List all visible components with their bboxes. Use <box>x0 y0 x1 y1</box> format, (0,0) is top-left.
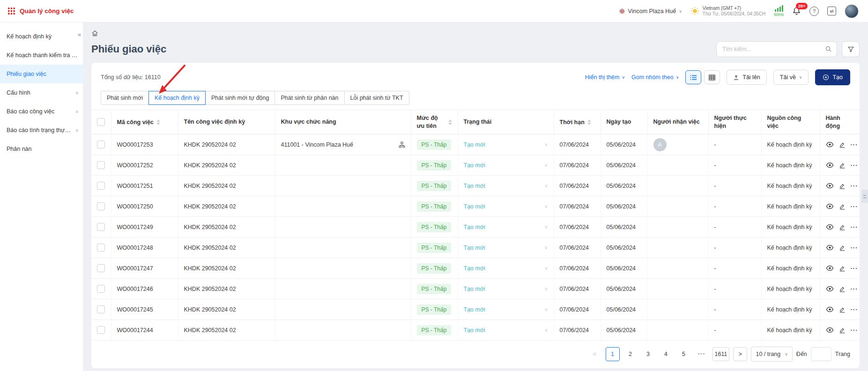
sidebar-item[interactable]: Báo cáo tình trạng thực hiện ∨ <box>0 121 83 140</box>
status-select[interactable]: Tạo mới ∨ <box>464 183 548 189</box>
page-jump-input[interactable] <box>811 347 831 361</box>
sidebar-item[interactable]: Phiếu giao việc <box>0 65 83 83</box>
page-button[interactable]: 4 <box>659 347 673 361</box>
assignee-avatar[interactable]: A <box>653 138 667 151</box>
site-selector[interactable]: Vincom Plaza Huế ∨ <box>619 8 682 15</box>
view-icon[interactable] <box>826 141 834 148</box>
next-page-button[interactable]: > <box>733 347 747 361</box>
app-logo-icon[interactable] <box>7 7 15 15</box>
status-select[interactable]: Tạo mới ∨ <box>464 306 548 313</box>
user-avatar[interactable] <box>845 4 859 18</box>
col-header-deadline[interactable]: Thời hạn <box>554 110 601 134</box>
row-checkbox[interactable] <box>97 305 105 313</box>
edit-icon[interactable] <box>839 245 846 251</box>
row-checkbox[interactable] <box>97 244 105 252</box>
more-actions-icon[interactable]: ··· <box>851 183 858 189</box>
sidebar-item[interactable]: Phản nàn <box>0 140 83 158</box>
row-checkbox[interactable] <box>97 285 105 293</box>
sidebar-item[interactable]: Kế hoạch định kỳ <box>0 27 83 46</box>
row-checkbox[interactable] <box>97 264 105 272</box>
status-select[interactable]: Tạo mới ∨ <box>464 327 548 334</box>
page-button[interactable]: ••• <box>695 347 709 361</box>
more-actions-icon[interactable]: ··· <box>851 306 858 312</box>
col-header-priority[interactable]: Mức độ ưu tiên <box>411 110 458 134</box>
more-actions-icon[interactable]: ··· <box>851 265 858 271</box>
row-checkbox[interactable] <box>97 182 105 190</box>
more-actions-icon[interactable]: ··· <box>851 203 858 209</box>
view-icon[interactable] <box>826 182 834 190</box>
edit-icon[interactable] <box>839 203 846 210</box>
col-header-code[interactable]: Mã công việc <box>111 110 178 134</box>
page-button[interactable]: 3 <box>641 347 655 361</box>
row-checkbox[interactable] <box>97 223 105 231</box>
search-icon[interactable] <box>825 45 832 52</box>
sidebar-collapse-button[interactable]: « <box>78 31 81 38</box>
view-icon[interactable] <box>826 326 834 334</box>
status-select[interactable]: Tạo mới ∨ <box>464 162 548 169</box>
tab[interactable]: Phát sinh mới <box>101 91 149 105</box>
download-button[interactable]: Tải về∨ <box>773 70 809 85</box>
language-button[interactable]: vi <box>827 7 836 15</box>
sidebar-item[interactable]: Báo cáo công việc ∨ <box>0 102 83 121</box>
status-select[interactable]: Tạo mới ∨ <box>464 141 548 148</box>
edit-icon[interactable] <box>839 286 846 292</box>
more-actions-icon[interactable]: ··· <box>851 286 858 292</box>
tab[interactable]: Phát sinh từ phản nàn <box>274 91 344 105</box>
prev-page-button[interactable]: < <box>588 347 602 361</box>
page-button[interactable]: 2 <box>623 347 638 361</box>
filter-button[interactable] <box>842 41 860 57</box>
edit-icon[interactable] <box>839 327 846 334</box>
tab[interactable]: Phát sinh mới tự động <box>205 91 275 105</box>
group-by-link[interactable]: Gom nhóm theo∨ <box>631 74 679 81</box>
status-select[interactable]: Tạo mới ∨ <box>464 245 548 251</box>
row-checkbox[interactable] <box>97 161 105 169</box>
tab[interactable]: Lỗi phát sinh từ TKT <box>344 91 409 105</box>
more-actions-icon[interactable]: ··· <box>851 327 858 333</box>
edit-icon[interactable] <box>839 306 846 313</box>
notifications-button[interactable]: 20+ <box>792 7 801 15</box>
create-button[interactable]: Tạo <box>815 69 850 85</box>
view-icon[interactable] <box>826 202 834 210</box>
view-icon[interactable] <box>826 264 834 272</box>
view-icon[interactable] <box>826 285 834 293</box>
help-button[interactable]: ? <box>809 7 819 16</box>
search-input[interactable] <box>716 41 837 57</box>
timezone-display[interactable]: Vietnam (GMT +7) Thứ Tư, 05/06/2024, 04:… <box>690 6 765 16</box>
sidebar-item[interactable]: Cấu hình ∨ <box>0 83 83 102</box>
more-actions-icon[interactable]: ··· <box>851 162 858 168</box>
status-select[interactable]: Tạo mới ∨ <box>464 203 548 210</box>
edit-icon[interactable] <box>839 141 846 148</box>
more-actions-icon[interactable]: ··· <box>851 224 858 230</box>
view-icon[interactable] <box>826 244 834 252</box>
page-size-select[interactable]: 10 / trang∨ <box>751 347 792 362</box>
select-all-checkbox[interactable] <box>97 118 105 126</box>
view-icon[interactable] <box>826 223 834 231</box>
status-select[interactable]: Tạo mới ∨ <box>464 286 548 292</box>
page-button[interactable]: 1611 <box>712 347 730 361</box>
hierarchy-icon[interactable] <box>399 141 405 148</box>
row-checkbox[interactable] <box>97 202 105 210</box>
show-more-link[interactable]: Hiển thị thêm∨ <box>585 74 625 81</box>
list-view-button[interactable] <box>685 70 701 84</box>
tab[interactable]: Kế hoạch định kỳ <box>148 91 206 105</box>
edit-icon[interactable] <box>839 183 846 189</box>
row-checkbox[interactable] <box>97 141 105 148</box>
sidebar-item[interactable]: Kế hoạch thanh kiểm tra chất... <box>0 46 83 65</box>
status-select[interactable]: Tạo mới ∨ <box>464 265 548 272</box>
chevron-down-icon: ∨ <box>74 110 78 114</box>
grid-view-button[interactable] <box>704 70 720 84</box>
home-icon[interactable] <box>91 30 98 37</box>
edge-widget[interactable] <box>861 190 868 203</box>
upload-button[interactable]: Tải lên <box>727 70 767 85</box>
edit-icon[interactable] <box>839 224 846 230</box>
view-icon[interactable] <box>826 305 834 313</box>
edit-icon[interactable] <box>839 162 846 169</box>
page-button[interactable]: 1 <box>606 347 620 361</box>
row-checkbox[interactable] <box>97 326 105 334</box>
edit-icon[interactable] <box>839 265 846 272</box>
more-actions-icon[interactable]: ··· <box>851 245 858 251</box>
status-select[interactable]: Tạo mới ∨ <box>464 224 548 230</box>
page-button[interactable]: 5 <box>677 347 691 361</box>
view-icon[interactable] <box>826 161 834 169</box>
more-actions-icon[interactable]: ··· <box>851 141 858 148</box>
